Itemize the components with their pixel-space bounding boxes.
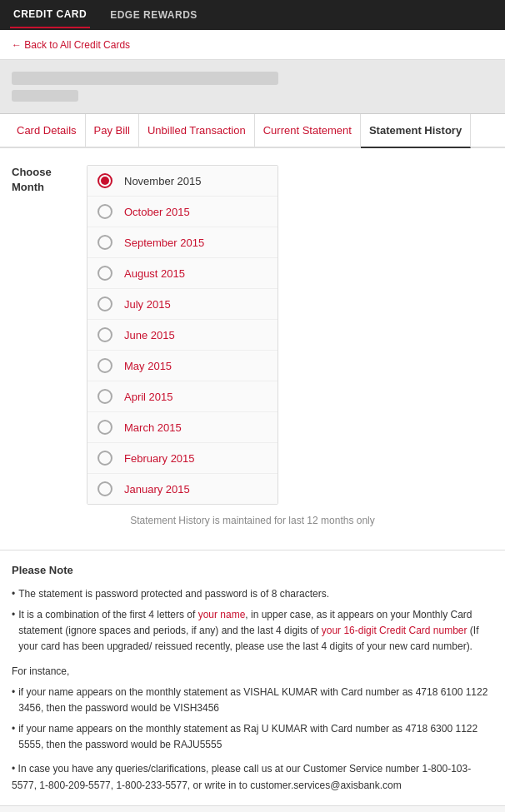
- highlight-your-card: your 16-digit Credit Card number: [322, 625, 468, 636]
- month-item[interactable]: March 2015: [88, 412, 278, 443]
- please-note-title: Please Note: [12, 562, 493, 580]
- note-example-text-1: if your name appears on the monthly stat…: [18, 685, 493, 716]
- bullet-dot-5: •: [12, 763, 15, 775]
- note-text-2: It is a combination of the first 4 lette…: [18, 607, 493, 655]
- tab-unbilled-transaction[interactable]: Unbilled Transaction: [139, 114, 255, 147]
- radio-inner: [101, 177, 109, 185]
- month-item[interactable]: February 2015: [88, 443, 278, 474]
- bullet-dot-2: •: [12, 607, 15, 655]
- bullet-dot-1: •: [12, 586, 15, 602]
- month-label: August 2015: [124, 267, 185, 280]
- month-item[interactable]: May 2015: [88, 351, 278, 381]
- month-label: May 2015: [124, 360, 172, 372]
- card-info-line1: [12, 72, 278, 85]
- statement-footnote: Statement History is maintained for last…: [12, 515, 493, 526]
- contact-note: • In case you have any queries/clarifica…: [12, 761, 493, 793]
- radio-circle: [98, 358, 112, 373]
- month-item[interactable]: August 2015: [88, 258, 278, 289]
- radio-circle: [98, 266, 112, 281]
- bottom-bar: Get Statement: [0, 805, 505, 812]
- bullet-dot-3: •: [12, 685, 15, 716]
- choose-month-label: ChooseMonth: [12, 165, 70, 505]
- radio-circle: [98, 327, 112, 342]
- back-link-bar: Back to All Credit Cards: [0, 30, 505, 60]
- month-label: November 2015: [124, 175, 202, 187]
- tabs-bar: Card Details Pay Bill Unbilled Transacti…: [0, 114, 505, 148]
- month-label: July 2015: [124, 298, 171, 311]
- highlight-your-name-1: your name: [198, 609, 246, 620]
- note-bullet-1: • The statement is password protected an…: [12, 586, 493, 602]
- radio-circle: [98, 235, 112, 250]
- tab-card-details[interactable]: Card Details: [8, 114, 86, 147]
- card-info-line2: [12, 90, 78, 102]
- choose-month-section: ChooseMonth November 2015October 2015Sep…: [12, 165, 493, 505]
- month-item[interactable]: November 2015: [88, 166, 278, 197]
- for-instance-label: For instance,: [12, 664, 493, 680]
- radio-circle: [98, 451, 112, 466]
- note-example-2: • if your name appears on the monthly st…: [12, 721, 493, 753]
- tab-pay-bill[interactable]: Pay Bill: [86, 114, 139, 147]
- note-example-1: • if your name appears on the monthly st…: [12, 685, 493, 716]
- month-label: September 2015: [124, 237, 204, 249]
- radio-circle: [98, 204, 112, 219]
- radio-circle: [98, 420, 112, 435]
- bullet-dot-4: •: [12, 721, 15, 753]
- radio-circle: [98, 173, 112, 188]
- month-label: January 2015: [124, 483, 190, 496]
- tab-current-statement[interactable]: Current Statement: [255, 114, 361, 147]
- month-item[interactable]: January 2015: [88, 474, 278, 504]
- note-text-1: The statement is password protected and …: [18, 586, 493, 602]
- month-label: March 2015: [124, 421, 182, 434]
- nav-edge-rewards[interactable]: EDGE REWARDS: [107, 2, 201, 27]
- main-content: ChooseMonth November 2015October 2015Sep…: [0, 148, 505, 550]
- month-item[interactable]: April 2015: [88, 381, 278, 412]
- please-note-section: Please Note • The statement is password …: [0, 550, 505, 805]
- radio-circle: [98, 296, 112, 311]
- radio-circle: [98, 389, 112, 404]
- note-example-text-2: if your name appears on the monthly stat…: [18, 721, 493, 753]
- month-item[interactable]: June 2015: [88, 320, 278, 351]
- contact-text: In case you have any queries/clarificati…: [12, 763, 471, 790]
- month-label: February 2015: [124, 452, 195, 465]
- month-list: November 2015October 2015September 2015A…: [87, 165, 278, 505]
- radio-circle: [98, 481, 112, 496]
- back-link[interactable]: Back to All Credit Cards: [12, 39, 130, 51]
- month-item[interactable]: October 2015: [88, 197, 278, 227]
- note-bullet-2: • It is a combination of the first 4 let…: [12, 607, 493, 655]
- month-label: October 2015: [124, 206, 190, 218]
- month-label: April 2015: [124, 391, 173, 403]
- month-item[interactable]: September 2015: [88, 227, 278, 258]
- month-item[interactable]: July 2015: [88, 289, 278, 320]
- month-label: June 2015: [124, 329, 175, 341]
- tab-statement-history[interactable]: Statement History: [361, 114, 471, 148]
- card-header: [0, 60, 505, 114]
- nav-credit-card[interactable]: CREDIT CARD: [10, 2, 90, 28]
- top-nav: CREDIT CARD EDGE REWARDS: [0, 0, 505, 30]
